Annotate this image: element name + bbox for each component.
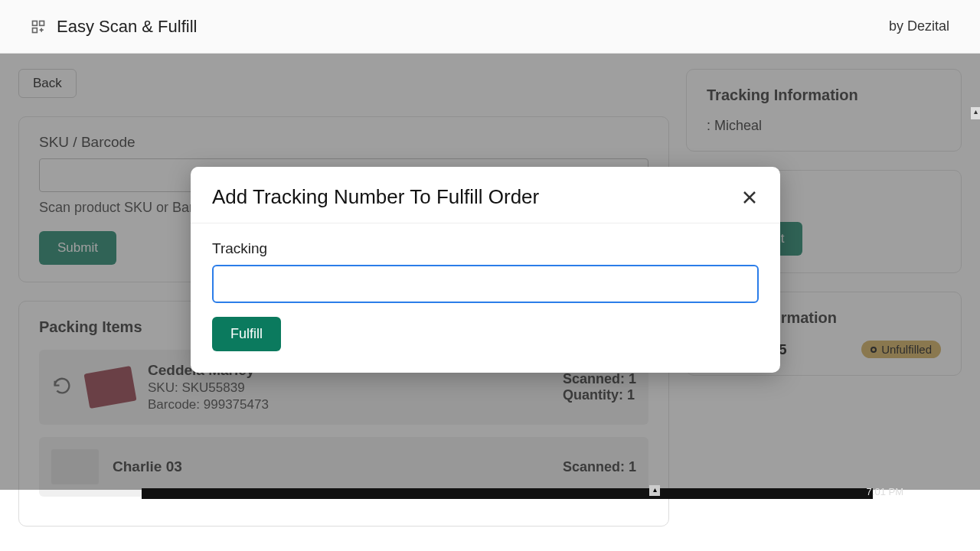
scroll-arrow-icon[interactable]: ▴	[649, 485, 660, 496]
vendor-label: by Dezital	[889, 18, 949, 34]
svg-rect-1	[40, 21, 44, 25]
app-title: Easy Scan & Fulfill	[57, 17, 197, 37]
tracking-label: Tracking	[212, 240, 759, 257]
taskbar[interactable]	[142, 488, 873, 499]
modal-title: Add Tracking Number To Fulfill Order	[212, 185, 539, 209]
tracking-modal: Add Tracking Number To Fulfill Order Tra…	[191, 167, 780, 373]
svg-rect-0	[33, 21, 38, 25]
tracking-input[interactable]	[212, 265, 759, 303]
scrollbar-up-icon[interactable]: ▴	[971, 107, 980, 119]
close-icon[interactable]	[740, 188, 759, 207]
app-header: Easy Scan & Fulfill by Dezital	[0, 0, 980, 54]
fulfill-button[interactable]: Fulfill	[212, 317, 281, 351]
clock: 7:01 PM	[867, 486, 903, 497]
app-grid-icon	[31, 19, 46, 34]
svg-rect-2	[33, 28, 38, 32]
